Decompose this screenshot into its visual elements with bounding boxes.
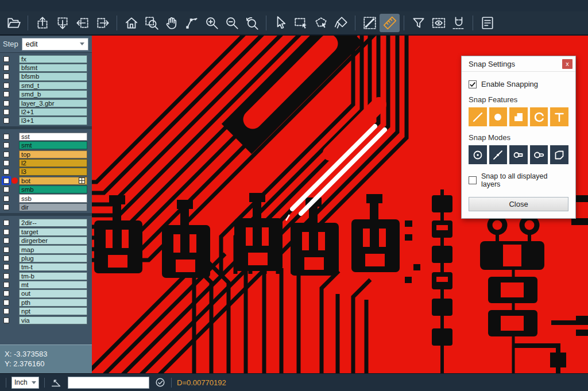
layer-name-cell[interactable]: target [19, 228, 87, 236]
menu-item[interactable] [46, 5, 57, 7]
home-view-button[interactable] [121, 14, 141, 32]
shift-right-button[interactable] [92, 14, 113, 32]
shift-down-button[interactable] [52, 14, 72, 32]
zoom-window-button[interactable] [141, 14, 161, 32]
layer-visibility-checkbox[interactable] [2, 272, 11, 280]
step-select[interactable]: edit [22, 38, 88, 51]
view-options-button[interactable] [428, 14, 448, 32]
snap-mode-slot-closed-button[interactable] [509, 145, 528, 164]
layer-visibility-checkbox[interactable] [2, 81, 11, 90]
layer-visibility-checkbox[interactable] [2, 55, 11, 63]
layer-visibility-checkbox[interactable] [2, 254, 11, 262]
layer-visibility-checkbox[interactable] [2, 316, 11, 324]
layer-name-cell[interactable]: layer_3.gbr [19, 99, 87, 107]
zoom-in-button[interactable] [202, 14, 222, 32]
select-polygon-button[interactable] [311, 14, 331, 32]
layer-name-cell[interactable]: pth [19, 299, 87, 307]
ruler-button[interactable] [380, 14, 400, 32]
layer-visibility-checkbox[interactable] [2, 281, 11, 289]
select-brush-button[interactable] [331, 14, 351, 32]
layer-visibility-checkbox[interactable] [2, 108, 11, 117]
layer-name-cell[interactable]: top [19, 150, 87, 158]
layer-name-cell[interactable]: bfsmb [19, 72, 87, 80]
layer-visibility-checkbox[interactable] [2, 203, 11, 211]
layer-name-cell[interactable]: bot [19, 177, 87, 185]
snap-feature-line-button[interactable] [469, 107, 487, 126]
layer-visibility-checkbox[interactable] [2, 150, 11, 158]
measure-distance-button[interactable] [359, 14, 380, 32]
pan-button[interactable] [161, 14, 181, 32]
layer-name-cell[interactable]: smd_b [19, 90, 87, 98]
layer-name-cell[interactable]: out [19, 289, 87, 297]
layer-visibility-checkbox[interactable] [2, 289, 11, 298]
layer-visibility-checkbox[interactable] [2, 307, 11, 316]
zoom-previous-button[interactable] [242, 14, 262, 32]
open-folder-button[interactable] [3, 14, 24, 32]
layer-visibility-checkbox[interactable] [2, 237, 11, 245]
snap-feature-corner-button[interactable] [509, 107, 528, 126]
report-button[interactable] [477, 14, 497, 32]
layer-visibility-checkbox[interactable] [2, 185, 11, 194]
layer-name-cell[interactable]: smb [19, 185, 87, 193]
layer-visibility-checkbox[interactable] [2, 194, 11, 203]
layer-visibility-checkbox[interactable] [2, 132, 11, 141]
all-layers-checkbox[interactable] [469, 176, 477, 184]
select-arrow-button[interactable] [270, 14, 291, 32]
layer-visibility-checkbox[interactable] [2, 219, 11, 227]
layer-name-cell[interactable]: ssb [19, 194, 87, 202]
layer-name-cell[interactable]: l3+1 [19, 117, 87, 125]
shift-up-button[interactable] [32, 14, 52, 32]
layer-name-cell[interactable]: npt [19, 307, 87, 315]
unit-select[interactable]: Inch [11, 377, 39, 389]
filter-button[interactable] [408, 14, 428, 32]
apply-check-icon[interactable] [154, 377, 166, 388]
menu-item[interactable] [2, 5, 13, 7]
layer-name-cell[interactable]: plug [19, 254, 87, 262]
zoom-out-button[interactable] [222, 14, 242, 32]
layer-name-cell[interactable]: smd_t [19, 82, 87, 90]
enable-snapping-checkbox[interactable] [469, 80, 477, 88]
dialog-close-action-button[interactable]: Close [469, 197, 568, 211]
layer-visibility-checkbox[interactable] [2, 227, 11, 236]
layer-visibility-checkbox[interactable] [2, 90, 11, 99]
dialog-close-button[interactable]: x [562, 59, 572, 69]
layer-name-cell[interactable]: l2+1 [19, 108, 87, 116]
layer-name-cell[interactable]: dir [19, 203, 87, 211]
layer-name-cell[interactable]: 2dir-- [19, 219, 87, 227]
layer-name-cell[interactable]: map [19, 245, 87, 253]
layer-name-cell[interactable]: mt [19, 281, 87, 289]
snap-magnet-button[interactable] [448, 14, 469, 32]
layer-visibility-checkbox[interactable] [2, 99, 11, 107]
layer-name-cell[interactable]: via [19, 316, 87, 324]
move-vertex-button[interactable] [181, 14, 202, 32]
layer-visibility-checkbox[interactable] [2, 141, 11, 150]
angle-corner-icon[interactable] [50, 376, 63, 389]
snap-mode-contour-button[interactable] [550, 145, 568, 164]
menu-item[interactable] [24, 5, 35, 7]
layer-visibility-checkbox[interactable] [2, 72, 11, 81]
layer-visibility-checkbox[interactable] [2, 176, 11, 185]
layer-name-cell[interactable]: fx [19, 55, 87, 63]
dialog-titlebar[interactable]: Snap Settings x [462, 56, 575, 72]
snap-feature-text-button[interactable] [550, 107, 568, 126]
layer-visibility-checkbox[interactable] [2, 245, 11, 254]
menu-item[interactable] [35, 5, 46, 7]
layer-name-cell[interactable]: dirgerber [19, 237, 87, 245]
snap-feature-arc-button[interactable] [530, 107, 548, 126]
layer-name-cell[interactable]: tm-t [19, 263, 87, 271]
select-rect-button[interactable] [291, 14, 311, 32]
layer-name-cell[interactable]: tm-b [19, 272, 87, 280]
layer-visibility-checkbox[interactable] [2, 117, 11, 125]
shift-left-button[interactable] [72, 14, 92, 32]
layer-name-cell[interactable]: bfsmt [19, 64, 87, 72]
snap-mode-center-button[interactable] [469, 145, 487, 164]
menu-item[interactable] [13, 5, 24, 7]
layer-visibility-checkbox[interactable] [2, 263, 11, 272]
layer-visibility-checkbox[interactable] [2, 158, 11, 167]
layer-name-cell[interactable]: l2 [19, 159, 87, 167]
layer-name-cell[interactable]: l3 [19, 168, 87, 176]
layer-visibility-checkbox[interactable] [2, 64, 11, 72]
layer-name-cell[interactable]: smt [19, 141, 87, 149]
command-input[interactable] [68, 377, 149, 389]
layer-visibility-checkbox[interactable] [2, 168, 11, 176]
